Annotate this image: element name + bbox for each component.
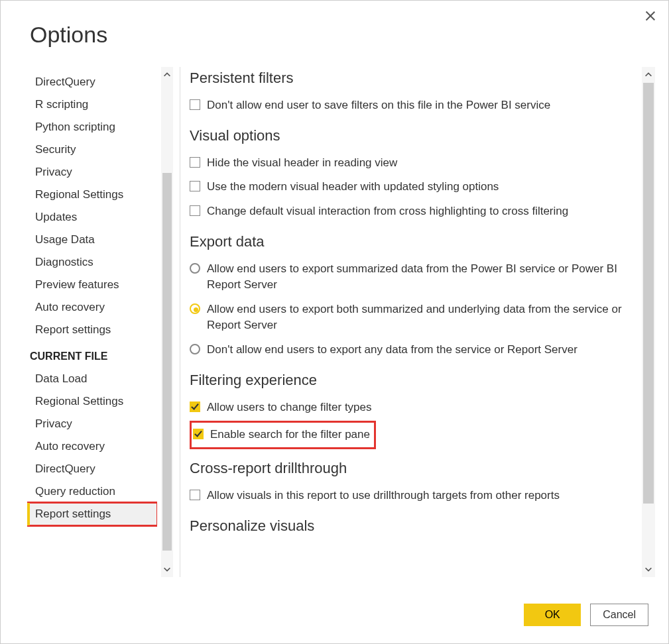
option-persistent-disallow[interactable]: Don't allow end user to save filters on … (190, 93, 635, 118)
chevron-up-icon[interactable] (161, 67, 173, 83)
section-persistent-filters: Persistent filters (190, 70, 635, 87)
checkbox-icon[interactable] (190, 157, 200, 168)
radio-icon[interactable] (190, 263, 200, 274)
section-personalize-visuals: Personalize visuals (190, 517, 635, 535)
sidebar-item-cur-directquery[interactable]: DirectQuery (27, 458, 157, 480)
sidebar-item-auto-recovery[interactable]: Auto recovery (27, 296, 157, 319)
radio-icon[interactable] (190, 344, 200, 354)
radio-icon[interactable] (190, 303, 200, 314)
options-dialog: Options DirectQuery R scripting Python s… (0, 0, 669, 644)
sidebar-item-python-scripting[interactable]: Python scripting (27, 116, 157, 138)
sidebar-item-data-load[interactable]: Data Load (27, 368, 157, 390)
option-export-summarized[interactable]: Allow end users to export summarized dat… (190, 257, 635, 297)
sidebar: DirectQuery R scripting Python scripting… (27, 67, 173, 577)
checkbox-icon[interactable] (190, 99, 200, 110)
checkbox-icon[interactable] (190, 205, 200, 216)
sidebar-item-r-scripting[interactable]: R scripting (27, 93, 157, 116)
sidebar-item-directquery[interactable]: DirectQuery (27, 71, 157, 93)
sidebar-item-report-settings[interactable]: Report settings (27, 319, 157, 341)
vertical-divider (180, 67, 180, 577)
ok-button[interactable]: OK (524, 604, 581, 626)
option-hide-visual-header[interactable]: Hide the visual header in reading view (190, 151, 635, 176)
option-cross-filter-default[interactable]: Change default visual interaction from c… (190, 199, 635, 224)
chevron-up-icon[interactable] (642, 67, 655, 83)
option-export-none[interactable]: Don't allow end users to export any data… (190, 338, 635, 362)
main-pane: Persistent filters Don't allow end user … (190, 67, 655, 577)
option-label: Allow users to change filter types (207, 400, 635, 416)
option-change-filter-types[interactable]: Allow users to change filter types (190, 396, 635, 420)
sidebar-item-cur-privacy[interactable]: Privacy (27, 413, 157, 435)
sidebar-header-current-file: CURRENT FILE (27, 341, 157, 368)
sidebar-item-security[interactable]: Security (27, 138, 157, 161)
sidebar-item-cur-regional[interactable]: Regional Settings (27, 390, 157, 413)
sidebar-item-cur-report-settings[interactable]: Report settings (27, 503, 157, 525)
option-label: Change default visual interaction from c… (207, 203, 635, 220)
option-label: Enable search for the filter pane (210, 427, 370, 443)
highlight-enable-search: Enable search for the filter pane (190, 421, 376, 449)
option-export-both[interactable]: Allow end users to export both summarize… (190, 297, 635, 338)
section-filtering-experience: Filtering experience (190, 372, 635, 389)
dialog-footer: OK Cancel (524, 604, 648, 626)
cancel-button[interactable]: Cancel (590, 604, 648, 626)
dialog-title: Options (30, 22, 107, 48)
sidebar-item-usage-data[interactable]: Usage Data (27, 229, 157, 251)
sidebar-scrollbar[interactable] (161, 67, 173, 577)
option-label: Use the modern visual header with update… (207, 179, 635, 195)
sidebar-item-regional-settings[interactable]: Regional Settings (27, 184, 157, 206)
sidebar-list: DirectQuery R scripting Python scripting… (27, 67, 157, 577)
option-label: Allow end users to export both summarize… (207, 301, 635, 334)
chevron-down-icon[interactable] (161, 561, 173, 577)
checkbox-icon[interactable] (190, 402, 200, 412)
section-export-data: Export data (190, 233, 635, 250)
option-label: Hide the visual header in reading view (207, 155, 635, 172)
sidebar-item-updates[interactable]: Updates (27, 206, 157, 229)
sidebar-item-query-reduction[interactable]: Query reduction (27, 480, 157, 503)
sidebar-item-privacy[interactable]: Privacy (27, 161, 157, 184)
chevron-down-icon[interactable] (642, 561, 655, 577)
checkbox-icon[interactable] (190, 181, 200, 191)
option-modern-header[interactable]: Use the modern visual header with update… (190, 175, 635, 199)
section-visual-options: Visual options (190, 127, 635, 144)
main-content: Persistent filters Don't allow end user … (190, 67, 638, 577)
sidebar-item-cur-auto-recovery[interactable]: Auto recovery (27, 435, 157, 458)
sidebar-scroll-thumb[interactable] (162, 173, 172, 551)
option-label: Allow visuals in this report to use dril… (207, 488, 635, 504)
option-label: Don't allow end users to export any data… (207, 342, 635, 358)
option-enable-filter-search[interactable]: Enable search for the filter pane (193, 425, 370, 445)
sidebar-item-preview-features[interactable]: Preview features (27, 274, 157, 296)
option-label: Don't allow end user to save filters on … (207, 97, 635, 114)
sidebar-item-diagnostics[interactable]: Diagnostics (27, 251, 157, 274)
option-cross-report-drillthrough[interactable]: Allow visuals in this report to use dril… (190, 484, 635, 508)
section-cross-report-drillthrough: Cross-report drillthrough (190, 460, 635, 477)
dialog-body: DirectQuery R scripting Python scripting… (27, 67, 655, 577)
main-scrollbar[interactable] (642, 67, 655, 577)
close-icon[interactable] (644, 10, 656, 22)
checkbox-icon[interactable] (190, 490, 200, 500)
checkbox-icon[interactable] (193, 429, 204, 439)
option-label: Allow end users to export summarized dat… (207, 261, 635, 294)
main-scroll-thumb[interactable] (643, 83, 654, 504)
